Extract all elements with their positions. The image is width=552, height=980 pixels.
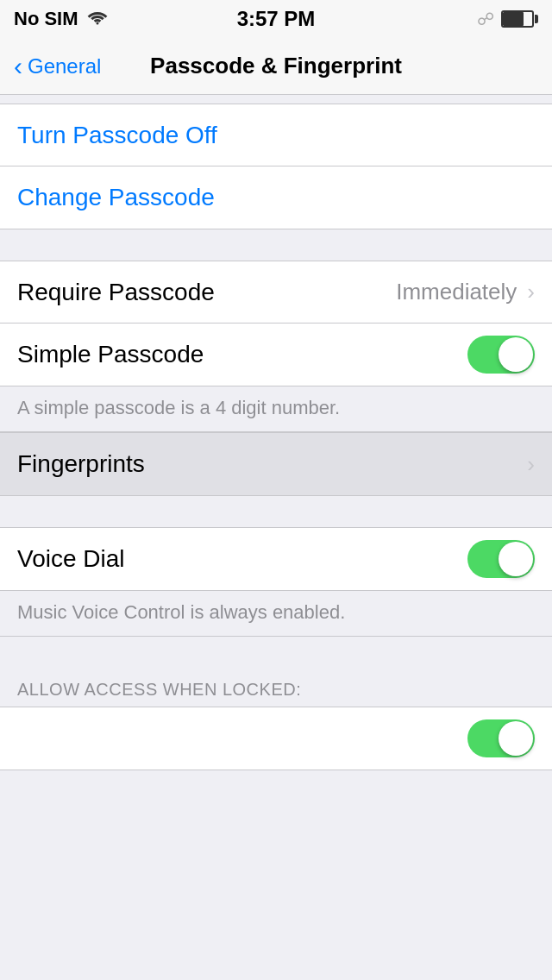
allow-access-toggle-thumb	[499, 721, 533, 756]
require-passcode-row[interactable]: Require Passcode Immediately ›	[0, 261, 552, 324]
svg-point-0	[96, 22, 98, 25]
simple-passcode-description-row: A simple passcode is a 4 digit number.	[0, 386, 552, 432]
voice-dial-description-row: Music Voice Control is always enabled.	[0, 591, 552, 637]
allow-access-group	[0, 707, 552, 770]
allow-access-section-label: ALLOW ACCESS WHEN LOCKED:	[0, 668, 552, 707]
wifi-icon	[87, 8, 108, 30]
turn-passcode-off-row[interactable]: Turn Passcode Off	[0, 104, 552, 166]
toggle-thumb	[499, 337, 533, 372]
simple-passcode-label: Simple Passcode	[17, 341, 204, 368]
voice-dial-description: Music Voice Control is always enabled.	[17, 601, 345, 623]
require-passcode-chevron-icon: ›	[527, 279, 535, 305]
page-title: Passcode & Fingerprint	[150, 53, 402, 79]
status-left: No SIM	[14, 8, 108, 30]
carrier-label: No SIM	[14, 8, 78, 30]
group-spacer-1	[0, 229, 552, 261]
passcode-actions-group: Turn Passcode Off Change Passcode	[0, 104, 552, 229]
nav-bar: ‹ General Passcode & Fingerprint	[0, 38, 552, 95]
allow-access-row[interactable]	[0, 707, 552, 770]
group-spacer-3	[0, 637, 552, 668]
fingerprints-label: Fingerprints	[17, 450, 145, 478]
back-button[interactable]: ‹ General	[14, 53, 101, 79]
back-chevron-icon: ‹	[14, 53, 22, 79]
group-spacer-2	[0, 496, 552, 527]
voice-dial-toggle[interactable]	[467, 540, 535, 578]
require-passcode-value: Immediately	[396, 279, 517, 305]
status-right: ☍	[477, 9, 538, 29]
fingerprints-group: Fingerprints ›	[0, 432, 552, 496]
top-spacer	[0, 95, 552, 104]
voice-dial-toggle-thumb	[499, 542, 533, 576]
change-passcode-row[interactable]: Change Passcode	[0, 166, 552, 229]
simple-passcode-row[interactable]: Simple Passcode	[0, 324, 552, 386]
require-passcode-right: Immediately ›	[396, 279, 535, 305]
voice-dial-label: Voice Dial	[17, 545, 125, 573]
status-time: 3:57 PM	[237, 7, 316, 31]
back-label: General	[28, 54, 101, 79]
turn-passcode-off-label: Turn Passcode Off	[17, 122, 217, 149]
fingerprints-chevron-icon: ›	[527, 451, 535, 478]
voice-dial-group: Voice Dial	[0, 527, 552, 591]
require-passcode-label: Require Passcode	[17, 279, 215, 306]
allow-access-toggle[interactable]	[467, 719, 535, 757]
bluetooth-icon: ☍	[477, 9, 494, 29]
voice-dial-row[interactable]: Voice Dial	[0, 528, 552, 590]
battery-indicator	[501, 10, 538, 28]
change-passcode-label: Change Passcode	[17, 184, 215, 211]
status-bar: No SIM 3:57 PM ☍	[0, 0, 552, 38]
fingerprints-row[interactable]: Fingerprints ›	[0, 433, 552, 495]
passcode-settings-group: Require Passcode Immediately › Simple Pa…	[0, 261, 552, 386]
simple-passcode-toggle[interactable]	[467, 336, 535, 374]
simple-passcode-description: A simple passcode is a 4 digit number.	[17, 397, 340, 418]
